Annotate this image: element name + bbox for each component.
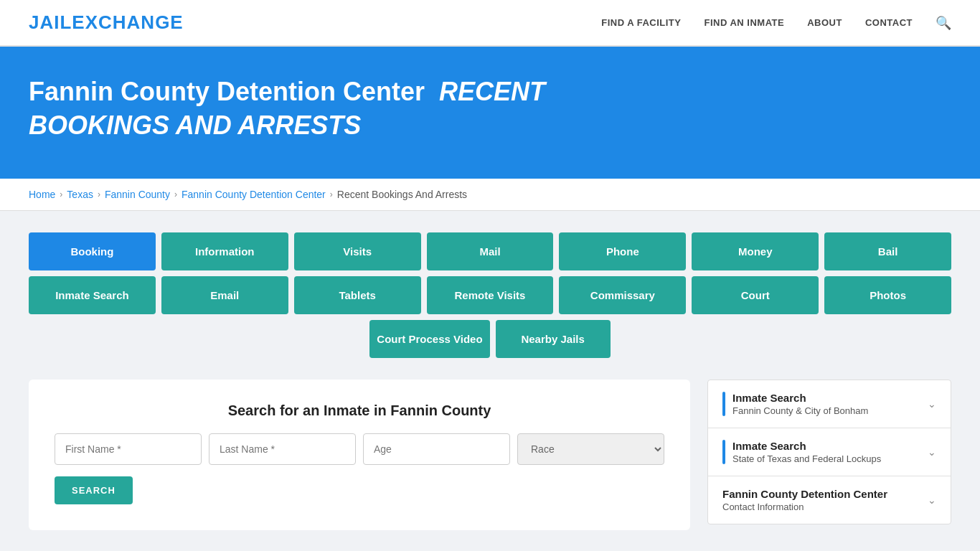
search-submit-button[interactable]: SEARCH — [55, 476, 133, 504]
breadcrumb-bar: Home › Texas › Fannin County › Fannin Co… — [0, 179, 980, 211]
breadcrumb-home[interactable]: Home — [29, 189, 55, 200]
nav-find-inmate[interactable]: FIND AN INMATE — [704, 17, 784, 28]
btn-remote-visits[interactable]: Remote Visits — [427, 276, 554, 314]
breadcrumb-texas[interactable]: Texas — [67, 189, 93, 200]
sidebar-item-3-sub: Contact Information — [722, 501, 887, 512]
search-form-card: Search for an Inmate in Fannin County Ra… — [29, 380, 690, 530]
breadcrumb-fannin-county[interactable]: Fannin County — [105, 189, 170, 200]
first-name-input[interactable] — [55, 433, 202, 465]
sidebar-item-1-left: Inmate Search Fannin County & City of Bo… — [722, 392, 868, 416]
sidebar-item-3-main: Fannin County Detention Center — [722, 488, 887, 500]
btn-phone[interactable]: Phone — [559, 232, 686, 270]
chevron-icon-3: ⌄ — [928, 494, 936, 506]
sidebar-item-2-text: Inmate Search State of Texas and Federal… — [732, 440, 881, 464]
btn-nearby-jails[interactable]: Nearby Jails — [496, 320, 611, 358]
nav-find-facility[interactable]: FIND A FACILITY — [601, 17, 681, 28]
sidebar-item-2-sub: State of Texas and Federal Lockups — [732, 453, 881, 464]
sidebar-accent-2 — [722, 440, 725, 464]
breadcrumb-sep-3: › — [174, 189, 177, 199]
sidebar-item-2-left: Inmate Search State of Texas and Federal… — [722, 440, 881, 464]
header-search-button[interactable]: 🔍 — [936, 15, 951, 31]
chevron-icon-2: ⌄ — [928, 446, 936, 458]
sidebar-item-2[interactable]: Inmate Search State of Texas and Federal… — [708, 428, 951, 476]
logo[interactable]: JAILEXCHANGE — [29, 11, 184, 34]
btn-mail[interactable]: Mail — [427, 232, 554, 270]
sidebar-accent-1 — [722, 392, 725, 416]
logo-jail: JAIL — [29, 11, 72, 33]
main-content: Booking Information Visits Mail Phone Mo… — [0, 211, 980, 551]
sidebar-item-1[interactable]: Inmate Search Fannin County & City of Bo… — [708, 380, 951, 428]
btn-money[interactable]: Money — [692, 232, 819, 270]
sidebar-item-3-text: Fannin County Detention Center Contact I… — [722, 488, 887, 512]
breadcrumb-detention-center[interactable]: Fannin County Detention Center — [182, 189, 326, 200]
breadcrumb-sep-1: › — [60, 189, 62, 199]
btn-photos[interactable]: Photos — [824, 276, 951, 314]
btn-commissary[interactable]: Commissary — [559, 276, 686, 314]
page-title: Fannin County Detention Center RECENT BO… — [29, 75, 674, 143]
nav-buttons-row3: Court Process Video Nearby Jails — [29, 320, 951, 358]
btn-court-process-video[interactable]: Court Process Video — [369, 320, 489, 358]
btn-information[interactable]: Information — [161, 232, 288, 270]
breadcrumb-current: Recent Bookings And Arrests — [337, 189, 467, 200]
search-form-title: Search for an Inmate in Fannin County — [55, 402, 664, 419]
btn-booking[interactable]: Booking — [29, 232, 156, 270]
breadcrumb-sep-2: › — [98, 189, 100, 199]
last-name-input[interactable] — [209, 433, 356, 465]
content-area: Search for an Inmate in Fannin County Ra… — [29, 380, 951, 530]
sidebar-item-1-sub: Fannin County & City of Bonham — [732, 405, 868, 416]
sidebar-item-3[interactable]: Fannin County Detention Center Contact I… — [708, 476, 951, 524]
logo-exchange: EXCHANGE — [72, 11, 183, 33]
sidebar-item-2-main: Inmate Search — [732, 440, 881, 452]
hero-section: Fannin County Detention Center RECENT BO… — [0, 47, 980, 179]
nav-buttons-row1: Booking Information Visits Mail Phone Mo… — [29, 232, 951, 270]
header: JAILEXCHANGE FIND A FACILITY FIND AN INM… — [0, 0, 980, 47]
breadcrumb: Home › Texas › Fannin County › Fannin Co… — [29, 189, 951, 200]
age-input[interactable] — [363, 433, 510, 465]
nav-buttons-section: Booking Information Visits Mail Phone Mo… — [29, 232, 951, 358]
nav-buttons-row2: Inmate Search Email Tablets Remote Visit… — [29, 276, 951, 314]
race-select[interactable]: Race White Black Hispanic Asian Other — [517, 433, 664, 465]
btn-inmate-search[interactable]: Inmate Search — [29, 276, 156, 314]
hero-title-main: Fannin County Detention Center — [29, 77, 425, 106]
nav-contact[interactable]: CONTACT — [865, 17, 913, 28]
sidebar-item-3-left: Fannin County Detention Center Contact I… — [722, 488, 887, 512]
btn-tablets[interactable]: Tablets — [294, 276, 421, 314]
form-fields: Race White Black Hispanic Asian Other — [55, 433, 664, 465]
main-nav: FIND A FACILITY FIND AN INMATE ABOUT CON… — [601, 15, 951, 31]
btn-email[interactable]: Email — [161, 276, 288, 314]
btn-court[interactable]: Court — [692, 276, 819, 314]
sidebar-item-1-text: Inmate Search Fannin County & City of Bo… — [732, 392, 868, 416]
chevron-icon-1: ⌄ — [928, 398, 936, 410]
breadcrumb-sep-4: › — [330, 189, 333, 199]
sidebar: Inmate Search Fannin County & City of Bo… — [707, 380, 951, 524]
sidebar-item-1-main: Inmate Search — [732, 392, 868, 404]
btn-visits[interactable]: Visits — [294, 232, 421, 270]
btn-bail[interactable]: Bail — [824, 232, 951, 270]
nav-about[interactable]: ABOUT — [807, 17, 842, 28]
